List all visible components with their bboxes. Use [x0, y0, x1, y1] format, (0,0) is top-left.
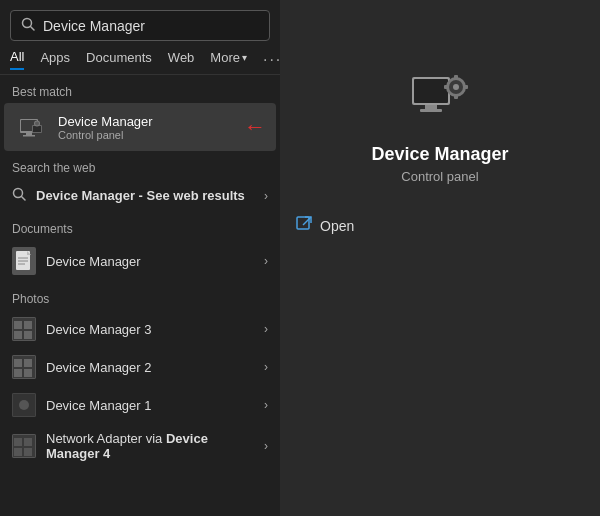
svg-rect-7: [33, 126, 41, 132]
svg-rect-39: [414, 79, 448, 103]
search-panel: All Apps Documents Web More ··· Best mat…: [0, 0, 280, 516]
chevron-right-icon: ›: [264, 398, 268, 412]
chevron-right-icon: ›: [264, 439, 268, 453]
web-search-icon: [12, 187, 26, 204]
chevron-right-icon: ›: [264, 360, 268, 374]
svg-line-11: [22, 197, 26, 201]
svg-rect-36: [14, 448, 22, 456]
detail-subtitle: Control panel: [401, 169, 478, 184]
svg-rect-48: [464, 85, 468, 89]
tab-web[interactable]: Web: [168, 50, 195, 69]
svg-rect-22: [24, 331, 32, 339]
svg-rect-34: [14, 438, 22, 446]
best-match-text: Device Manager Control panel: [58, 114, 153, 141]
web-search-label: Search the web: [0, 151, 280, 179]
open-label: Open: [320, 218, 354, 234]
svg-rect-49: [297, 217, 309, 229]
web-search-text: Device Manager - See web results: [36, 188, 245, 203]
tab-all[interactable]: All: [10, 49, 24, 70]
list-item[interactable]: Device Manager 1 ›: [0, 386, 280, 424]
search-icon: [21, 17, 35, 34]
best-match-label: Best match: [0, 75, 280, 103]
tabs-bar: All Apps Documents Web More ···: [0, 41, 280, 75]
svg-rect-40: [425, 105, 437, 109]
svg-rect-45: [454, 75, 458, 79]
list-item[interactable]: Network Adapter via Device Manager 4 ›: [0, 424, 280, 468]
svg-rect-46: [454, 95, 458, 99]
open-action[interactable]: Open: [280, 208, 600, 243]
best-match-item[interactable]: Device Manager Control panel ←: [4, 103, 276, 151]
svg-rect-28: [24, 369, 32, 377]
network-icon: [12, 434, 36, 458]
documents-label: Documents: [0, 212, 280, 240]
chevron-right-icon: ›: [264, 189, 268, 203]
photo-item-1-title: Device Manager 3: [46, 322, 254, 337]
photo-icon: [12, 393, 36, 417]
list-item[interactable]: Device Manager 2 ›: [0, 348, 280, 386]
svg-point-9: [35, 122, 39, 126]
best-match-subtitle: Control panel: [58, 129, 153, 141]
device-manager-icon: [16, 111, 48, 143]
web-search-item[interactable]: Device Manager - See web results ›: [0, 179, 280, 212]
open-icon: [296, 216, 312, 235]
network-item-title: Network Adapter via Device Manager 4: [46, 431, 254, 461]
photo-item-3-title: Device Manager 1: [46, 398, 254, 413]
tab-more[interactable]: More: [210, 50, 247, 69]
photo-icon: [12, 355, 36, 379]
svg-rect-37: [24, 448, 32, 456]
svg-rect-4: [26, 133, 32, 135]
svg-rect-19: [14, 321, 22, 329]
svg-line-50: [303, 217, 311, 225]
tab-documents[interactable]: Documents: [86, 50, 152, 69]
svg-rect-47: [444, 85, 448, 89]
svg-rect-35: [24, 438, 32, 446]
svg-line-1: [31, 27, 35, 31]
svg-point-31: [19, 400, 29, 410]
search-input[interactable]: [43, 18, 259, 34]
svg-rect-41: [420, 109, 442, 112]
search-bar[interactable]: [10, 10, 270, 41]
svg-rect-26: [24, 359, 32, 367]
selection-arrow: ←: [244, 114, 266, 140]
detail-panel: Device Manager Control panel Open: [280, 0, 600, 516]
svg-point-44: [453, 84, 459, 90]
chevron-right-icon: ›: [264, 322, 268, 336]
svg-rect-20: [24, 321, 32, 329]
detail-icon: [405, 60, 475, 130]
chevron-right-icon: ›: [264, 254, 268, 268]
detail-title: Device Manager: [371, 144, 508, 165]
photo-item-2-title: Device Manager 2: [46, 360, 254, 375]
svg-rect-27: [14, 369, 22, 377]
photo-icon: [12, 317, 36, 341]
photos-label: Photos: [0, 282, 280, 310]
svg-rect-5: [23, 135, 35, 137]
svg-rect-25: [14, 359, 22, 367]
list-item[interactable]: Device Manager 3 ›: [0, 310, 280, 348]
doc-item-title: Device Manager: [46, 254, 254, 269]
list-item[interactable]: Device Manager ›: [0, 240, 280, 282]
tab-apps[interactable]: Apps: [40, 50, 70, 69]
best-match-title: Device Manager: [58, 114, 153, 129]
document-icon: [12, 247, 36, 275]
svg-rect-21: [14, 331, 22, 339]
